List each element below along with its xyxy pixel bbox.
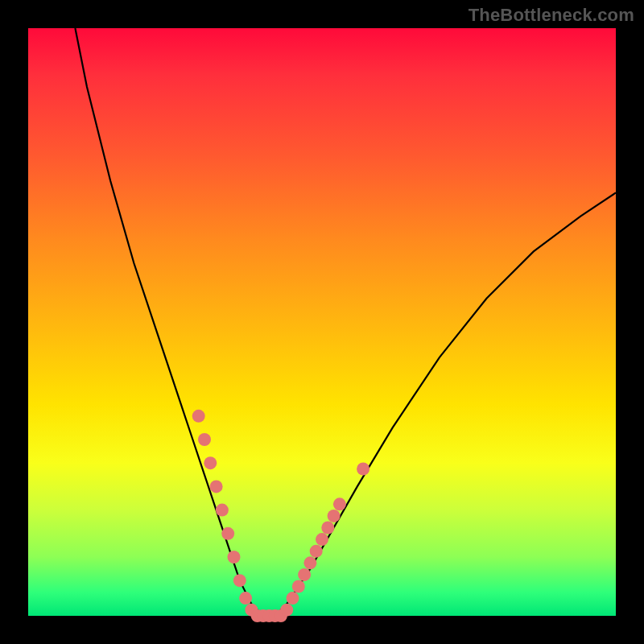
curve-marker <box>228 551 241 564</box>
curve-marker <box>280 604 293 617</box>
curve-marker <box>321 522 334 535</box>
chart-plot-area <box>28 28 616 616</box>
curve-marker <box>233 574 246 587</box>
curve-marker <box>287 592 299 605</box>
curve-marker <box>292 580 305 593</box>
curve-marker <box>239 592 252 605</box>
curve-marker <box>303 556 316 569</box>
watermark-text: TheBottleneck.com <box>469 5 634 26</box>
curve-marker <box>216 504 229 517</box>
curve-marker <box>198 433 211 446</box>
chart-svg <box>28 28 616 616</box>
curve-marker <box>310 545 323 558</box>
curve-marker <box>328 510 341 522</box>
curve-marker <box>221 527 234 540</box>
curve-marker <box>204 456 217 469</box>
curve-marker <box>333 497 346 510</box>
curve-marker <box>357 463 369 476</box>
curve-marker <box>298 568 311 581</box>
curve-marker <box>316 533 328 546</box>
curve-marker <box>192 410 205 423</box>
curve-marker <box>210 480 223 493</box>
bottleneck-curve <box>75 28 616 616</box>
chart-frame: TheBottleneck.com <box>0 0 644 644</box>
